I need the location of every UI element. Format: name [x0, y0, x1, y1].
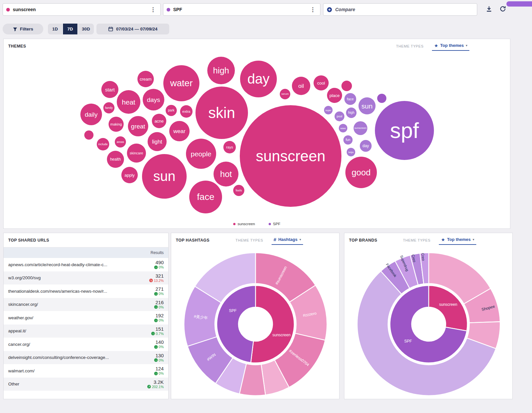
- shared-url-link[interactable]: walmart.com/: [8, 368, 136, 373]
- kebab-menu-icon[interactable]: ⋮: [309, 6, 317, 13]
- change-percent: 0%: [159, 265, 164, 269]
- theme-bubble[interactable]: rays: [223, 141, 236, 153]
- filter-funnel-icon: [13, 27, 17, 31]
- selector-label: Top themes: [447, 237, 471, 242]
- theme-bubble[interactable]: skin: [195, 87, 248, 139]
- range-button-30d[interactable]: 30D: [78, 24, 94, 34]
- shared-url-link[interactable]: cancer.org/: [8, 342, 136, 347]
- theme-bubble[interactable]: day: [240, 61, 277, 97]
- theme-bubble[interactable]: days: [143, 89, 164, 110]
- theme-bubble[interactable]: areas: [115, 136, 126, 148]
- table-row: apnews.com/article/record-heat-deadly-cl…: [4, 258, 168, 271]
- query-selector-spf[interactable]: SPF ⋮: [163, 3, 320, 16]
- table-row: delveinsight.com/consulting/conference-c…: [4, 351, 168, 364]
- theme-bubble[interactable]: health: [107, 151, 124, 168]
- theme-bubble[interactable]: start: [101, 81, 118, 98]
- change-percent: 202.1%: [152, 385, 164, 389]
- theme-bubble[interactable]: oil: [292, 77, 310, 95]
- shared-url-link[interactable]: apnews.com/article/record-heat-deadly-cl…: [8, 262, 136, 267]
- theme-types-label: THEME TYPES: [235, 238, 263, 242]
- shared-url-link[interactable]: w3.org/2000/svg: [8, 275, 136, 280]
- theme-bubble[interactable]: people: [186, 139, 216, 169]
- legend-item-spf[interactable]: SPF: [269, 222, 280, 226]
- theme-bubble[interactable]: acne: [152, 114, 166, 128]
- theme-bubble[interactable]: wave: [339, 124, 347, 132]
- shared-url-link[interactable]: weather.gov/: [8, 315, 136, 320]
- shared-url-link[interactable]: Other: [8, 382, 136, 386]
- theme-bubble[interactable]: serum: [280, 89, 290, 99]
- theme-bubble[interactable]: hot: [214, 162, 238, 187]
- theme-bubble[interactable]: good: [345, 157, 377, 188]
- theme-bubble[interactable]: cream: [137, 71, 154, 87]
- theme-bubble[interactable]: making: [109, 117, 124, 132]
- legend-label: sunscreen: [237, 222, 255, 226]
- theme-bubble[interactable]: family: [103, 102, 114, 113]
- theme-bubble[interactable]: heat: [117, 90, 140, 114]
- change-indicator: →0%: [136, 371, 164, 375]
- theme-bubble[interactable]: day: [360, 140, 372, 152]
- theme-bubble[interactable]: face: [189, 181, 222, 213]
- shared-url-link[interactable]: appeal.it/: [8, 328, 136, 333]
- theme-bubble[interactable]: extra: [180, 105, 193, 118]
- shared-url-link[interactable]: thenationaldesk.com/news/americas-news-n…: [8, 289, 136, 294]
- theme-bubble[interactable]: daily: [80, 104, 102, 125]
- theme-bubble[interactable]: helps: [347, 148, 355, 156]
- filters-button[interactable]: Filters: [3, 24, 43, 34]
- theme-bubble[interactable]: sunscreen: [354, 121, 367, 135]
- flat-arrow-icon: →: [154, 345, 158, 349]
- theme-bubble[interactable]: fun: [343, 135, 353, 145]
- top-themes-selector[interactable]: ★ Top themes ▾: [439, 236, 476, 245]
- theme-bubble[interactable]: great: [128, 116, 148, 136]
- corner-widget[interactable]: [506, 1, 532, 7]
- theme-bubble[interactable]: water: [163, 65, 199, 101]
- change-indicator: →0%: [136, 292, 164, 296]
- theme-bubble[interactable]: place: [327, 88, 342, 103]
- theme-bubble[interactable]: [84, 130, 93, 140]
- theme-bubble[interactable]: apply: [121, 167, 138, 183]
- change-indicator: →0%: [136, 345, 164, 349]
- theme-bubble[interactable]: super: [324, 106, 333, 114]
- shared-url-link[interactable]: delveinsight.com/consulting/conference-c…: [8, 355, 136, 360]
- theme-bubble[interactable]: spf: [375, 101, 434, 160]
- theme-bubble[interactable]: pool: [335, 111, 344, 121]
- theme-bubble[interactable]: cool: [314, 75, 329, 90]
- theme-bubble[interactable]: skincare: [127, 144, 146, 163]
- theme-bubble[interactable]: include: [97, 138, 109, 150]
- date-range-picker[interactable]: 07/03/24 — 07/09/24: [96, 24, 169, 34]
- themes-bubble-chart: sunscreenskindaysunwaterhighgoodfacehotp…: [4, 39, 510, 228]
- result-cell: 192→0%: [136, 313, 164, 322]
- theme-bubble[interactable]: sun: [142, 154, 187, 199]
- change-percent: 0%: [159, 345, 164, 349]
- change-indicator: →0%: [136, 318, 164, 322]
- change-indicator: →0%: [136, 305, 164, 309]
- theme-bubble[interactable]: feels: [233, 185, 244, 196]
- hashtags-sunburst-chart: sunscreenSPF#sunscreen#zzzero#zenless070…: [180, 249, 331, 399]
- query-label: sunscreen: [13, 7, 149, 12]
- panel-controls: THEME TYPES # Hashtags ▾: [235, 236, 303, 245]
- query-color-dot-pink: [6, 8, 10, 11]
- theme-bubble[interactable]: face: [344, 93, 356, 105]
- theme-bubble[interactable]: high: [346, 108, 357, 118]
- result-cell: 216→0%: [136, 300, 164, 309]
- theme-bubble[interactable]: sunscreen: [240, 105, 341, 207]
- theme-bubble[interactable]: [341, 81, 352, 91]
- theme-bubble[interactable]: high: [207, 57, 235, 84]
- theme-bubble[interactable]: [377, 94, 386, 103]
- hashtags-selector[interactable]: # Hashtags ▾: [272, 236, 303, 245]
- compare-button[interactable]: Compare: [323, 3, 477, 16]
- result-value: 3.2K: [136, 380, 164, 385]
- download-icon[interactable]: [485, 5, 493, 13]
- shared-url-link[interactable]: skincancer.org/: [8, 302, 136, 307]
- theme-bubble[interactable]: sun: [358, 97, 376, 114]
- range-button-1d[interactable]: 1D: [48, 24, 62, 34]
- theme-bubble[interactable]: light: [148, 132, 167, 151]
- legend-item-sunscreen[interactable]: sunscreen: [233, 222, 255, 226]
- refresh-icon[interactable]: [499, 5, 507, 13]
- theme-bubble[interactable]: park: [166, 105, 177, 116]
- query-selector-sunscreen[interactable]: sunscreen ⋮: [3, 3, 161, 16]
- kebab-menu-icon[interactable]: ⋮: [149, 6, 157, 13]
- themes-panel: THEMES THEME TYPES ★ Top themes ▾ sunscr…: [3, 39, 510, 229]
- range-button-7d[interactable]: 7D: [63, 24, 77, 34]
- theme-bubble[interactable]: wear: [169, 121, 190, 141]
- flat-arrow-icon: →: [154, 358, 158, 362]
